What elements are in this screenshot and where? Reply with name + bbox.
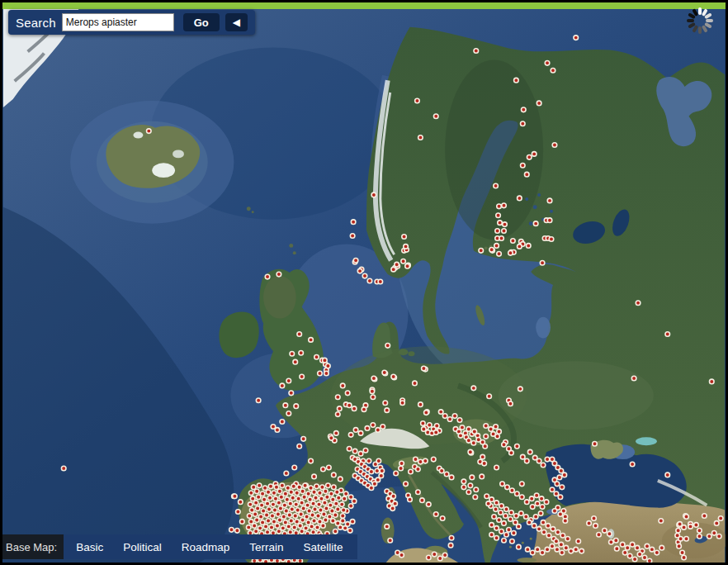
occurrence-dot[interactable]	[530, 505, 535, 510]
basemap-option-political[interactable]: Political	[123, 541, 162, 553]
occurrence-dot[interactable]	[252, 524, 257, 529]
occurrence-dot[interactable]	[482, 461, 487, 466]
occurrence-dot[interactable]	[433, 114, 438, 119]
occurrence-dot[interactable]	[502, 442, 507, 447]
occurrence-dot[interactable]	[257, 483, 262, 488]
occurrence-dot[interactable]	[510, 488, 515, 493]
occurrence-dot[interactable]	[527, 449, 532, 454]
occurrence-dot[interactable]	[559, 468, 564, 473]
occurrence-dot[interactable]	[483, 444, 488, 449]
occurrence-dot[interactable]	[709, 379, 714, 384]
occurrence-dot[interactable]	[362, 273, 367, 278]
occurrence-dot[interactable]	[292, 465, 297, 470]
occurrence-dot[interactable]	[592, 516, 597, 521]
occurrence-dot[interactable]	[694, 523, 699, 528]
occurrence-dot[interactable]	[471, 386, 476, 391]
occurrence-dot[interactable]	[265, 501, 270, 506]
occurrence-dot[interactable]	[262, 497, 267, 502]
occurrence-dot[interactable]	[565, 536, 570, 541]
occurrence-dot[interactable]	[300, 518, 305, 523]
occurrence-dot[interactable]	[678, 536, 683, 541]
occurrence-dot[interactable]	[317, 502, 322, 507]
occurrence-dot[interactable]	[324, 506, 329, 511]
occurrence-dot[interactable]	[300, 529, 305, 534]
occurrence-dot[interactable]	[322, 512, 327, 517]
occurrence-dot[interactable]	[286, 559, 291, 563]
occurrence-dot[interactable]	[352, 499, 357, 504]
occurrence-dot[interactable]	[402, 235, 407, 240]
occurrence-dot[interactable]	[504, 507, 509, 512]
occurrence-dot[interactable]	[555, 530, 560, 535]
occurrence-dot[interactable]	[246, 525, 251, 530]
occurrence-dot[interactable]	[383, 401, 388, 406]
occurrence-dot[interactable]	[552, 461, 557, 466]
occurrence-dot[interactable]	[515, 444, 520, 449]
occurrence-dot[interactable]	[382, 370, 387, 375]
occurrence-dot[interactable]	[253, 501, 258, 506]
occurrence-dot[interactable]	[527, 155, 532, 160]
occurrence-dot[interactable]	[347, 529, 352, 534]
occurrence-dot[interactable]	[276, 512, 281, 517]
occurrence-dot[interactable]	[295, 520, 300, 525]
occurrence-dot[interactable]	[494, 465, 499, 470]
occurrence-dot[interactable]	[474, 49, 479, 54]
occurrence-dot[interactable]	[289, 490, 294, 495]
occurrence-dot[interactable]	[301, 437, 306, 442]
occurrence-dot[interactable]	[489, 427, 494, 432]
occurrence-dot[interactable]	[461, 485, 466, 490]
occurrence-dot[interactable]	[645, 544, 650, 548]
occurrence-dot[interactable]	[650, 547, 655, 552]
occurrence-dot[interactable]	[314, 354, 319, 359]
occurrence-dot[interactable]	[350, 520, 355, 525]
occurrence-dot[interactable]	[466, 427, 471, 432]
occurrence-dot[interactable]	[593, 524, 598, 529]
occurrence-dot[interactable]	[545, 547, 550, 552]
occurrence-dot[interactable]	[472, 430, 477, 434]
occurrence-dot[interactable]	[286, 411, 291, 416]
occurrence-dot[interactable]	[385, 408, 390, 413]
occurrence-dot[interactable]	[297, 332, 302, 337]
occurrence-dot[interactable]	[404, 482, 409, 487]
occurrence-dot[interactable]	[489, 248, 494, 253]
occurrence-dot[interactable]	[299, 350, 304, 355]
occurrence-dot[interactable]	[508, 517, 513, 522]
occurrence-dot[interactable]	[340, 383, 345, 388]
occurrence-dot[interactable]	[418, 135, 423, 140]
occurrence-dot[interactable]	[299, 512, 304, 517]
occurrence-dot[interactable]	[614, 538, 619, 543]
occurrence-dot[interactable]	[422, 427, 427, 432]
occurrence-dot[interactable]	[433, 512, 438, 517]
occurrence-dot[interactable]	[492, 515, 497, 520]
occurrence-dot[interactable]	[287, 513, 292, 518]
occurrence-dot[interactable]	[499, 510, 503, 515]
occurrence-dot[interactable]	[432, 552, 437, 557]
occurrence-dot[interactable]	[627, 553, 632, 558]
occurrence-dot[interactable]	[288, 501, 293, 506]
occurrence-dot[interactable]	[271, 502, 276, 507]
occurrence-dot[interactable]	[278, 506, 283, 511]
go-button[interactable]: Go	[183, 13, 220, 31]
occurrence-dot[interactable]	[353, 258, 358, 263]
occurrence-dot[interactable]	[270, 514, 275, 519]
occurrence-dot[interactable]	[351, 220, 356, 225]
occurrence-dot[interactable]	[593, 441, 598, 446]
occurrence-dot[interactable]	[684, 536, 689, 541]
occurrence-dot[interactable]	[329, 503, 333, 508]
occurrence-dot[interactable]	[321, 524, 326, 529]
occurrence-dot[interactable]	[366, 458, 371, 463]
occurrence-dot[interactable]	[533, 221, 538, 226]
occurrence-dot[interactable]	[518, 196, 522, 201]
occurrence-dot[interactable]	[316, 514, 321, 519]
occurrence-dot[interactable]	[521, 163, 526, 168]
occurrence-dot[interactable]	[449, 535, 454, 540]
occurrence-dot[interactable]	[314, 496, 319, 501]
occurrence-dot[interactable]	[338, 477, 343, 482]
occurrence-dot[interactable]	[508, 401, 513, 406]
occurrence-dot[interactable]	[266, 519, 271, 524]
occurrence-dot[interactable]	[328, 515, 333, 520]
occurrence-dot[interactable]	[535, 547, 540, 552]
occurrence-dot[interactable]	[444, 472, 449, 477]
occurrence-dot[interactable]	[297, 444, 302, 449]
occurrence-dot[interactable]	[438, 410, 443, 415]
occurrence-dot[interactable]	[312, 474, 317, 479]
